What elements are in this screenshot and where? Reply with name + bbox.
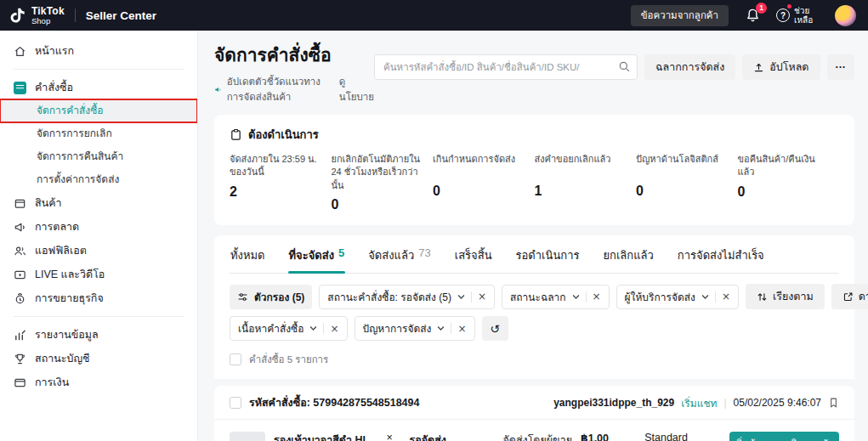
select-all-checkbox[interactable] xyxy=(230,353,241,365)
shipping-labels-button[interactable]: ฉลากการจัดส่ง xyxy=(644,54,735,80)
order-id: รหัสคำสั่งซื้อ: 579942875548518494 xyxy=(249,394,419,411)
todo-title: ต้องดำเนินการ xyxy=(248,126,319,144)
tab-completed[interactable]: เสร็จสิ้น xyxy=(454,237,493,273)
order-price: ฿1.00 xyxy=(581,432,644,441)
remove-filter-icon[interactable]: × xyxy=(457,323,466,335)
notifications-button[interactable]: 1 xyxy=(744,7,761,24)
filter-chip-order-content[interactable]: เนื้อหาคำสั่งซื้อ × xyxy=(230,316,348,341)
sidebar-item-products[interactable]: สินค้า xyxy=(0,191,197,215)
sidebar-item-live-video[interactable]: LIVE และวิดีโอ xyxy=(0,263,197,286)
sidebar-item-orders[interactable]: คำสั่งซื้อ xyxy=(0,76,197,99)
help-button[interactable]: ? ช่วยเหลือ xyxy=(776,6,820,25)
growth-icon xyxy=(14,292,26,305)
shipping-option: Standard Shipping xyxy=(644,432,729,441)
sidebar: หน้าแรก คำสั่งซื้อ จัดการคำสั่งซื้อ จัดก… xyxy=(0,31,198,441)
todo-panel: ต้องดำเนินการ จัดส่งภายใน 23:59 น. ของวั… xyxy=(214,115,854,225)
sidebar-item-shipping-settings[interactable]: การตั้งค่าการจัดส่ง xyxy=(0,168,197,191)
remove-filter-icon[interactable]: × xyxy=(478,291,486,302)
topbar: TikTok Shop Seller Center ข้อความจากลูกค… xyxy=(0,0,868,31)
sort-icon xyxy=(757,291,768,302)
filter-chip-shipping-provider[interactable]: ผู้ให้บริการจัดส่ง × xyxy=(616,285,739,309)
filter-chip-label-status[interactable]: สถานะฉลาก × xyxy=(502,285,610,309)
orders-panel: ทั้งหมด ที่จะจัดส่ง5 จัดส่งแล้ว73 เสร็จส… xyxy=(214,235,854,379)
order-datetime: 05/02/2025 9:46:07 xyxy=(734,397,821,409)
sort-button[interactable]: เรียงตาม xyxy=(746,284,825,309)
sidebar-divider xyxy=(14,69,184,70)
avatar[interactable] xyxy=(835,5,856,26)
filter-chip-order-status[interactable]: สถานะคำสั่งซื้อ: รอจัดส่ง (5) × xyxy=(319,285,495,309)
announcement-text: อัปเดตตัวชี้วัดแนวทางการจัดส่งสินค้า xyxy=(227,74,334,105)
sidebar-item-label: การขยายธุรกิจ xyxy=(35,290,104,307)
clipboard-icon xyxy=(230,128,242,141)
search-icon xyxy=(618,60,631,73)
sidebar-item-label: สถานะบัญชี xyxy=(35,350,90,367)
sidebar-item-label: การตลาด xyxy=(35,218,79,235)
wallet-icon xyxy=(14,376,26,389)
sidebar-item-manage-cancellations[interactable]: จัดการการยกเลิก xyxy=(0,122,197,145)
sidebar-item-growth[interactable]: การขยายธุรกิจ xyxy=(0,286,197,310)
remove-filter-icon[interactable]: × xyxy=(722,291,730,302)
search-input[interactable] xyxy=(374,54,638,80)
stat-ship-today[interactable]: จัดส่งภายใน 23:59 น. ของวันนี้ 2 xyxy=(230,153,332,212)
tab-cancelled[interactable]: ยกเลิกแล้ว xyxy=(602,237,654,273)
logo-text-primary: TikTok xyxy=(31,6,65,16)
tab-shipped[interactable]: จัดส่งแล้ว73 xyxy=(367,237,431,273)
product-name[interactable]: รองเท้าบาจาสีดำ HI SIMON... xyxy=(274,432,375,441)
customer-messages-button[interactable]: ข้อความจากลูกค้า xyxy=(631,5,729,26)
sidebar-item-marketing[interactable]: การตลาด xyxy=(0,215,197,239)
sidebar-item-manage-returns[interactable]: จัดการการคืนสินค้า xyxy=(0,145,197,168)
sidebar-item-label: LIVE และวิดีโอ xyxy=(35,266,105,283)
logo-text-secondary: Shop xyxy=(31,17,65,25)
start-chat-link[interactable]: เริ่มแชท xyxy=(681,395,717,411)
remove-filter-icon[interactable]: × xyxy=(593,291,601,302)
tab-all[interactable]: ทั้งหมด xyxy=(230,237,266,273)
sidebar-item-data-reports[interactable]: รายงานข้อมูล xyxy=(0,323,197,347)
download-button[interactable]: ดาวน์โหลด xyxy=(831,284,868,309)
filter-icon xyxy=(237,291,248,302)
sidebar-item-label: แอฟฟิลิเอต xyxy=(35,242,87,259)
header-more-button[interactable]: ··· xyxy=(827,54,855,80)
stat-return-refund[interactable]: ขอคืนสินค้า/คืนเงินแล้ว 0 xyxy=(738,153,840,212)
sidebar-item-manage-orders[interactable]: จัดการคำสั่งซื้อ xyxy=(0,99,197,122)
filter-chip-shipping-issue[interactable]: ปัญหาการจัดส่ง × xyxy=(355,316,475,341)
topbar-divider xyxy=(75,8,76,22)
sidebar-item-label: คำสั่งซื้อ xyxy=(35,79,73,96)
export-icon xyxy=(842,291,854,302)
policy-link[interactable]: ดูนโยบาย xyxy=(339,74,374,105)
remove-filter-icon[interactable]: × xyxy=(330,323,338,335)
reset-filters-button[interactable]: ↺ xyxy=(482,316,508,341)
stat-logistics-issues[interactable]: ปัญหาด้านโลจิสติกส์ 0 xyxy=(636,153,738,212)
bookmark-icon[interactable] xyxy=(828,397,839,409)
sidebar-item-account-health[interactable]: สถานะบัญชี xyxy=(0,347,197,370)
tab-to-ship[interactable]: ที่จะจัดส่ง5 xyxy=(288,237,346,273)
buyer-username[interactable]: yangpei331idppe_th_929 xyxy=(553,397,674,409)
sidebar-item-finance[interactable]: การเงิน xyxy=(0,370,197,394)
sidebar-item-label: หน้าแรก xyxy=(35,42,74,59)
order-status: รอจัดส่ง xyxy=(409,432,491,441)
sidebar-item-label: สินค้า xyxy=(35,195,62,212)
order-checkbox[interactable] xyxy=(230,397,241,409)
product-image[interactable] xyxy=(230,432,265,441)
filter-button[interactable]: ตัวกรอง (5) xyxy=(230,285,312,309)
orders-icon xyxy=(14,82,26,94)
announcement: อัปเดตตัวชี้วัดแนวทางการจัดส่งสินค้า ดูน… xyxy=(214,74,374,105)
home-icon xyxy=(14,45,26,58)
help-alert-dot xyxy=(787,4,791,8)
sidebar-item-label: การเงิน xyxy=(35,374,69,391)
order-tabs: ทั้งหมด ที่จะจัดส่ง5 จัดส่งแล้ว73 เสร็จส… xyxy=(230,237,839,274)
tab-delivery-failed[interactable]: การจัดส่งไม่สำเร็จ xyxy=(677,237,765,273)
sidebar-item-affiliate[interactable]: แอฟฟิลิเอต xyxy=(0,239,197,263)
tab-pending[interactable]: รอดำเนินการ xyxy=(515,237,581,273)
bar-chart-icon xyxy=(14,329,26,342)
upload-button[interactable]: อัปโหลด xyxy=(742,54,820,80)
chevron-down-icon xyxy=(309,325,317,331)
sidebar-divider xyxy=(14,316,184,317)
stat-auto-cancel[interactable]: ยกเลิกอัตโนมัติภายใน 24 ชั่วโมงหรือเร็วก… xyxy=(332,153,434,212)
megaphone-icon xyxy=(14,221,26,234)
tiktok-shop-logo[interactable]: TikTok Shop xyxy=(10,6,65,25)
stat-cancel-requests[interactable]: ส่งคำขอยกเลิกแล้ว 1 xyxy=(535,153,637,212)
people-icon xyxy=(14,245,26,257)
add-tracking-button[interactable]: เพิ่มข้อมูลการติดตามพั... xyxy=(729,432,839,441)
sidebar-item-home[interactable]: หน้าแรก xyxy=(0,39,197,63)
stat-overdue[interactable]: เกินกำหนดการจัดส่ง 0 xyxy=(433,153,535,212)
